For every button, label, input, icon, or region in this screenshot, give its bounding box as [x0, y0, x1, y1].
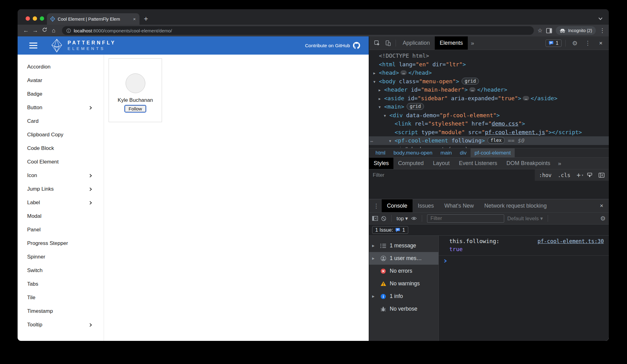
patternfly-logo-icon[interactable] — [50, 39, 63, 53]
disclosure-down-icon[interactable]: ▼ — [384, 112, 389, 120]
toggle-hover-state-button[interactable]: :hov — [539, 172, 552, 178]
home-button[interactable]: ⌂ — [49, 27, 58, 34]
address-bar[interactable]: localhost:8000/components/cool-element/d… — [62, 26, 534, 35]
breadcrumb-body-menu-open[interactable]: body.menu-open — [389, 148, 436, 157]
sidebar-item-tile[interactable]: Tile — [18, 291, 104, 304]
browser-tab[interactable]: Cool Element | PatternFly Elem × — [47, 13, 139, 25]
execution-context-selector[interactable]: top ▾ — [397, 215, 408, 222]
sidebar-item-card[interactable]: Card — [18, 114, 104, 128]
sidebar-item-jump-links[interactable]: Jump Links — [18, 182, 104, 196]
forward-button[interactable]: → — [31, 27, 40, 34]
tab-search-icon[interactable] — [598, 17, 603, 20]
elements-tree-row[interactable]: ▶#shadow-root (open) — [369, 145, 609, 148]
devtools-close-icon[interactable]: × — [595, 40, 606, 47]
issue-bar-counter[interactable]: 1 Issue: 1 — [372, 226, 408, 234]
elements-tree-row[interactable]: <!DOCTYPE html> — [369, 52, 609, 60]
devtools-menu-icon[interactable]: ⋮ — [582, 39, 593, 47]
devtools-tab-elements[interactable]: Elements — [435, 36, 468, 50]
sidebar-item-icon[interactable]: Icon — [18, 169, 104, 182]
elements-tree-row[interactable]: <link rel="stylesheet" href="demo.css"> — [369, 119, 609, 128]
toggle-class-button[interactable]: .cls — [558, 172, 571, 178]
new-style-rule-button[interactable]: +▾ — [577, 172, 581, 178]
disclosure-down-icon[interactable]: ▼ — [379, 103, 384, 112]
sidebar-item-clipboard-copy[interactable]: Clipboard Copy — [18, 128, 104, 142]
elements-tree-row[interactable]: <script type="module" src="pf-cool-eleme… — [369, 128, 609, 137]
layout-badge-flex[interactable]: flex — [488, 137, 505, 144]
sidebar-item-panel[interactable]: Panel — [18, 223, 104, 237]
side-panel-icon[interactable] — [546, 28, 552, 33]
elements-tree-row[interactable]: <html lang="en" dir="ltr"> — [369, 60, 609, 69]
styles-tab-layout[interactable]: Layout — [428, 158, 454, 169]
styles-tab-styles[interactable]: Styles — [369, 158, 393, 169]
disclosure-right-icon[interactable]: ▶ — [373, 69, 379, 78]
sidebar-item-tabs[interactable]: Tabs — [18, 277, 104, 291]
contribute-link[interactable]: Contribute on GitHub — [305, 42, 360, 49]
sidebar-item-code-block[interactable]: Code Block — [18, 142, 104, 155]
sidebar-item-switch[interactable]: Switch — [18, 264, 104, 277]
resource-link[interactable]: pf-cool-element.js — [485, 129, 545, 135]
elements-tree-row[interactable]: ▼<main>grid — [369, 102, 609, 111]
sidebar-item-modal[interactable]: Modal — [18, 209, 104, 223]
log-levels-dropdown[interactable]: Default levels ▾ — [507, 215, 543, 222]
disclosure-right-icon[interactable]: ▶ — [394, 146, 400, 148]
sidebar-item-progress-stepper[interactable]: Progress Stepper — [18, 237, 104, 250]
drawer-tab-console[interactable]: Console — [382, 199, 413, 212]
tab-close-icon[interactable]: × — [132, 16, 136, 22]
hamburger-menu-icon[interactable] — [29, 43, 37, 48]
sidebar-item-label[interactable]: Label — [18, 196, 104, 209]
clear-console-icon[interactable] — [381, 216, 386, 221]
ellipsis-button[interactable]: … — [469, 87, 475, 92]
disclosure-down-icon[interactable]: ▼ — [373, 78, 379, 86]
drawer-close-icon[interactable]: × — [600, 199, 607, 212]
devtools-tab-application[interactable]: Application — [398, 36, 435, 50]
disclosure-right-icon[interactable]: ▶ — [379, 86, 384, 95]
console-filter-input[interactable] — [427, 214, 504, 223]
breadcrumb-main[interactable]: main — [436, 148, 456, 157]
console-sidebar-toggle-icon[interactable] — [372, 216, 378, 221]
elements-tree-row[interactable]: …▼<pf-cool-element following>flex== $0 — [369, 136, 609, 145]
site-info-icon[interactable] — [66, 28, 71, 33]
rendering-brush-icon[interactable] — [587, 173, 592, 178]
sidebar-item-button[interactable]: Button — [18, 101, 104, 114]
console-filter-1-user-mes[interactable]: ▶1 user mes… — [369, 252, 438, 265]
layout-badge-grid[interactable]: grid — [407, 103, 424, 110]
console-log-entry[interactable]: this.following:true pf-cool-element.ts:3… — [439, 236, 609, 256]
sidebar-item-tooltip[interactable]: Tooltip — [18, 318, 104, 332]
drawer-tab-issues[interactable]: Issues — [413, 199, 439, 212]
sidebar-item-spinner[interactable]: Spinner — [18, 250, 104, 264]
console-filter-no-errors[interactable]: No errors — [369, 265, 438, 277]
styles-filter-input[interactable]: Filter — [369, 169, 535, 181]
styles-tab-computed[interactable]: Computed — [393, 158, 428, 169]
settings-gear-icon[interactable]: ⚙ — [569, 39, 580, 47]
console-settings-icon[interactable]: ⚙ — [600, 215, 606, 222]
new-tab-button[interactable]: + — [144, 15, 148, 23]
more-tabs-icon[interactable]: » — [468, 40, 477, 47]
sidebar-item-avatar[interactable]: Avatar — [18, 74, 104, 87]
elements-tree-row[interactable]: ▶<header id="main-header">…</header> — [369, 85, 609, 94]
console-prompt[interactable] — [439, 256, 609, 263]
toggle-sidebar-icon[interactable] — [599, 173, 604, 178]
console-filter-no-warnings[interactable]: No warnings — [369, 277, 438, 290]
resource-link[interactable]: demo.css — [492, 120, 518, 127]
console-filter-1-message[interactable]: ▶1 message — [369, 239, 438, 252]
maximize-window-button[interactable] — [40, 16, 44, 21]
device-toolbar-icon[interactable] — [383, 36, 394, 50]
sidebar-item-timestamp[interactable]: Timestamp — [18, 304, 104, 318]
layout-badge-grid[interactable]: grid — [462, 78, 479, 85]
ellipsis-button[interactable]: … — [401, 70, 407, 75]
elements-tree-row[interactable]: ▼<div data-demo="pf-cool-element"> — [369, 111, 609, 120]
styles-tab-dom-breakpoints[interactable]: DOM Breakpoints — [502, 158, 555, 169]
console-filter-no-verbose[interactable]: No verbose — [369, 303, 438, 315]
breadcrumb-html[interactable]: html — [372, 148, 389, 157]
incognito-badge[interactable]: Incognito (2) — [556, 26, 596, 35]
elements-tree-row[interactable]: ▶<aside id="sidebar" aria-expanded="true… — [369, 94, 609, 103]
drawer-tab-what-s-new[interactable]: What's New — [439, 199, 479, 212]
sidebar-item-cool-element[interactable]: Cool Element — [18, 155, 104, 169]
sidebar-item-badge[interactable]: Badge — [18, 87, 104, 101]
styles-tab-event-listeners[interactable]: Event Listeners — [454, 158, 502, 169]
minimize-window-button[interactable] — [33, 16, 37, 21]
follow-button[interactable]: Follow — [125, 105, 146, 112]
breadcrumb-pf-cool-element[interactable]: pf-cool-element — [471, 148, 515, 157]
live-expression-eye-icon[interactable] — [411, 216, 417, 221]
ellipsis-button[interactable]: … — [523, 96, 529, 101]
